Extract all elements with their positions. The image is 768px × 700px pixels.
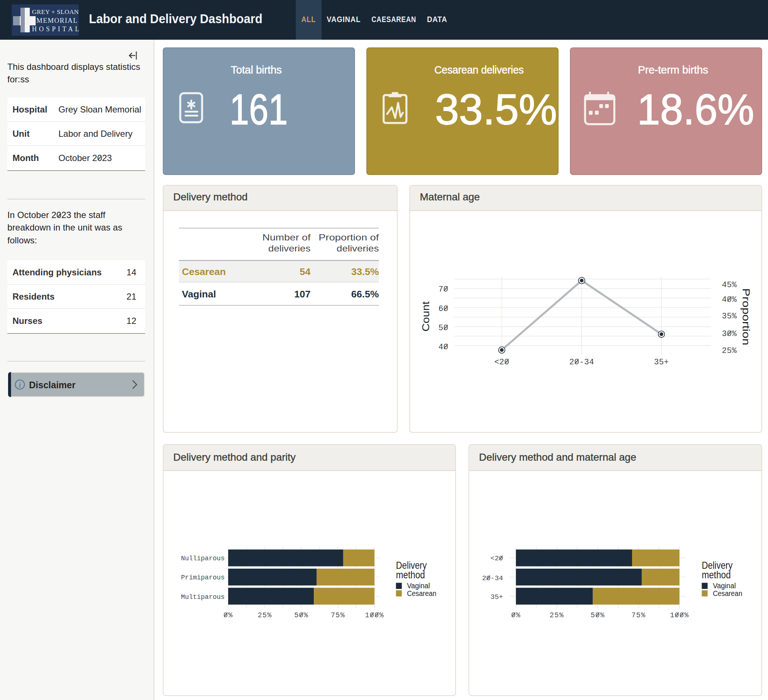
svg-text:Count: Count (420, 301, 431, 332)
svg-text:Vaginal: Vaginal (182, 288, 216, 300)
svg-text:50%: 50% (590, 611, 605, 620)
svg-text:35%: 35% (722, 312, 737, 321)
svg-text:25%: 25% (550, 611, 564, 620)
svg-text:25%: 25% (258, 611, 272, 620)
svg-text:Multiparous: Multiparous (181, 593, 225, 601)
svg-text:deliveries: deliveries (337, 243, 379, 253)
svg-text:30%: 30% (722, 329, 737, 339)
svg-text:Vaginal: Vaginal (407, 581, 430, 590)
svg-text:25%: 25% (722, 346, 737, 356)
svg-text:70: 70 (438, 285, 448, 294)
svg-text:Proportion of: Proportion of (318, 232, 379, 242)
svg-text:45%: 45% (722, 280, 737, 290)
svg-text:60: 60 (438, 304, 448, 314)
svg-text:20-34: 20-34 (569, 358, 594, 367)
svg-text:20-34: 20-34 (482, 574, 503, 582)
svg-text:GREY + SLOAN: GREY + SLOAN (32, 8, 79, 16)
svg-text:54: 54 (300, 266, 311, 277)
svg-text:Vaginal: Vaginal (713, 581, 736, 590)
svg-text:method: method (396, 569, 425, 580)
svg-text:<20: <20 (491, 554, 503, 562)
svg-text:100%: 100% (670, 611, 689, 620)
svg-text:Number of: Number of (262, 232, 310, 242)
svg-text:107: 107 (294, 288, 310, 300)
svg-text:75%: 75% (631, 611, 646, 620)
svg-text:40: 40 (438, 343, 448, 352)
svg-text:33.5%: 33.5% (351, 266, 379, 277)
svg-text:Cesarean: Cesarean (407, 589, 437, 597)
svg-text:Cesarean: Cesarean (182, 266, 226, 277)
svg-text:50: 50 (438, 324, 448, 333)
svg-text:Proportion: Proportion (741, 288, 752, 345)
svg-text:40%: 40% (722, 295, 737, 304)
svg-text:Primiparous: Primiparous (181, 574, 225, 581)
svg-text:Cesarean: Cesarean (713, 589, 742, 597)
svg-text:method: method (702, 569, 731, 580)
svg-text:75%: 75% (331, 611, 345, 620)
svg-text:35+: 35+ (654, 358, 669, 367)
svg-text:50%: 50% (294, 611, 309, 620)
svg-text:HOSPITAL: HOSPITAL (32, 26, 81, 33)
svg-text:100%: 100% (365, 611, 384, 620)
svg-text:<20: <20 (494, 358, 509, 367)
svg-text:deliveries: deliveries (268, 243, 310, 253)
svg-text:35+: 35+ (491, 593, 503, 601)
svg-text:Nulliparous: Nulliparous (181, 555, 225, 562)
svg-text:MEMORIAL: MEMORIAL (36, 17, 78, 24)
svg-text:i: i (19, 380, 21, 389)
svg-text:66.5%: 66.5% (351, 288, 379, 300)
